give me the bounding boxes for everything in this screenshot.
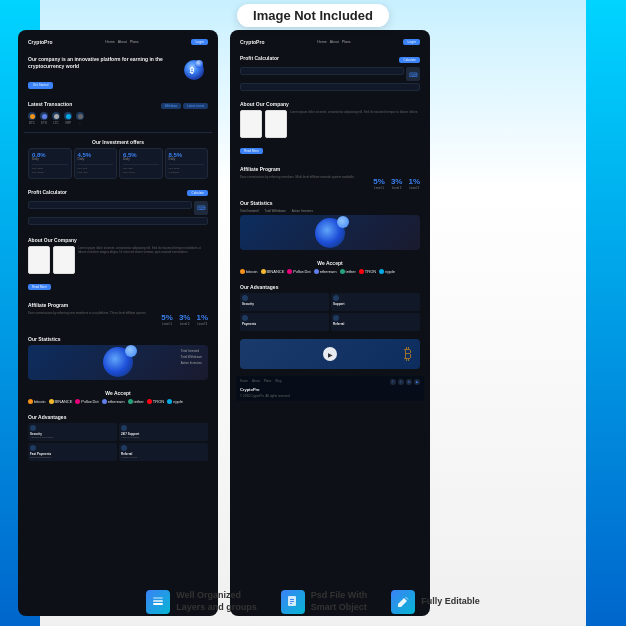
- social-youtube[interactable]: ▶: [414, 379, 420, 385]
- layers-icon: [146, 590, 170, 614]
- investment-title: Our Investment offers: [28, 139, 208, 145]
- right-polka-dot: [287, 269, 292, 274]
- right-advantages-section: Our Advantages Security Support Payments: [236, 281, 424, 334]
- right-affiliate-content: Earn commissions by referring members. M…: [240, 175, 420, 190]
- right-stats-labels: Total Invested Total Withdrawn Active In…: [240, 209, 420, 213]
- feature-layers-text: Well OrganizedLayers and groups: [176, 590, 257, 613]
- right-affiliate-levels: 5% Level 1 3% Level 2 1% Level 3: [373, 177, 420, 190]
- adv-card-4: Referral 3-level system: [119, 443, 208, 461]
- stats-title: Our Statistics: [28, 336, 208, 342]
- right-calc-btn[interactable]: Calculate: [399, 57, 420, 63]
- right-about-title: About Our Company: [240, 101, 420, 107]
- nav-cta-btn[interactable]: Login: [191, 39, 208, 45]
- social-instagram[interactable]: in: [406, 379, 412, 385]
- svg-rect-7: [290, 599, 294, 600]
- invest-max-3: Max: $10K: [123, 171, 159, 174]
- adv-card-1: Security Advanced encryption: [28, 423, 117, 441]
- invest-min-4: Min: $10K: [169, 167, 205, 170]
- right-stat-label-1: Total Invested: [240, 209, 259, 213]
- calc-amount-input[interactable]: [28, 201, 192, 209]
- tx-label-btc: BTC: [29, 121, 35, 125]
- right-adv-icon-1: [242, 295, 248, 301]
- tx-circle-eth: [40, 112, 48, 120]
- right-level-pct-3: 1%: [408, 177, 420, 186]
- hero-section: Our company is an innovative platform fo…: [24, 52, 212, 94]
- social-twitter[interactable]: t: [398, 379, 404, 385]
- right-calc-amount[interactable]: [240, 67, 404, 75]
- calc-input-row: ⌨: [28, 201, 208, 215]
- svg-rect-3: [153, 603, 163, 605]
- tether-dot: [128, 399, 133, 404]
- invest-cards-row: 0.8% Daily Min: $100 Max: $999 4.5% Dail…: [28, 148, 208, 179]
- calc-period-input[interactable]: [28, 217, 208, 225]
- left-nav-bar: CryptoPro Home About Plans Login: [24, 36, 212, 48]
- right-calc-period[interactable]: [240, 83, 420, 91]
- right-stats-3d: [315, 218, 345, 248]
- footer-link-home[interactable]: Home: [240, 379, 248, 385]
- right-nav-cta[interactable]: Login: [403, 39, 420, 45]
- right-card-inner: CryptoPro Home About Plans Login Profit …: [230, 30, 430, 616]
- right-accept-ethereum: ethereum: [314, 269, 337, 274]
- tx-label-eth: ETH: [41, 121, 47, 125]
- about-read-more-btn[interactable]: Read More: [28, 284, 51, 290]
- right-accept-bitcoin: bitcoin: [240, 269, 258, 274]
- footer-link-blog[interactable]: Blog: [275, 379, 281, 385]
- tx-item-btc: BTC: [28, 112, 36, 125]
- invest-min-3: Min: $5K: [123, 167, 159, 170]
- footer-social: f t in ▶: [390, 379, 420, 385]
- calc-btn[interactable]: Calculate: [187, 190, 208, 196]
- accept-tether: tether: [128, 399, 144, 404]
- hero-cta-btn[interactable]: Get Started: [28, 82, 53, 89]
- footer-section: Home About Plans Blog f t in ▶ CryptoPro…: [236, 376, 424, 401]
- social-facebook[interactable]: f: [390, 379, 396, 385]
- affiliate-section: Affiliate Program Earn commissions by re…: [24, 299, 212, 329]
- right-level-2: 3% Level 2: [391, 177, 403, 190]
- footer-tagline: © 2024 CryptoPro. All rights reserved.: [240, 394, 420, 398]
- hero-title: Our company is an innovative platform fo…: [28, 56, 180, 69]
- feature-badge-layers: Well OrganizedLayers and groups: [146, 590, 257, 614]
- right-stat-label-2: Total Withdrawn: [265, 209, 286, 213]
- svg-rect-9: [290, 603, 292, 604]
- tx-section-title: Latest Transaction: [28, 101, 72, 107]
- right-accept-tether: tether: [340, 269, 356, 274]
- right-stats-visual: [240, 215, 420, 250]
- invest-min-2: Min: $1K: [78, 167, 114, 170]
- latest-invest-btn[interactable]: Latest invest: [183, 103, 208, 109]
- adv-text-2: Always available: [121, 436, 206, 439]
- binance-dot: [49, 399, 54, 404]
- tx-circle-other: [76, 112, 84, 120]
- right-read-more-btn[interactable]: Read More: [240, 148, 263, 154]
- stats-val-3: Active Investors: [181, 361, 202, 365]
- footer-link-plans[interactable]: Plans: [264, 379, 272, 385]
- level-label-2: Level 2: [179, 322, 191, 326]
- invest-max-4: Unlimited: [169, 171, 205, 174]
- doc-card-2: [53, 246, 75, 274]
- right-profit-calc: Profit Calculator Calculate ⌨: [236, 52, 424, 94]
- right-level-1: 5% Level 1: [373, 177, 385, 190]
- svg-rect-8: [290, 601, 294, 602]
- right-calc-title: Profit Calculator: [240, 55, 279, 61]
- invest-label-4: Daily: [169, 158, 205, 162]
- right-level-label-1: Level 1: [373, 186, 385, 190]
- about-title: About Our Company: [28, 237, 208, 243]
- right-adv-icon-2: [333, 295, 339, 301]
- right-accept-title: We Accept: [240, 260, 420, 266]
- video-thumbnail: ▶ ₿: [240, 339, 420, 369]
- left-nav-logo: CryptoPro: [28, 39, 52, 45]
- right-calc-icon: ⌨: [406, 67, 420, 81]
- tx-buttons: Withdraw Latest invest: [161, 103, 208, 109]
- right-tether-dot: [340, 269, 345, 274]
- play-button[interactable]: ▶: [323, 347, 337, 361]
- level-label-3: Level 3: [196, 322, 208, 326]
- right-adv-icon-4: [333, 315, 339, 321]
- right-adv-card-4: Referral: [331, 313, 420, 331]
- footer-link-about[interactable]: About: [252, 379, 260, 385]
- accept-logos-row: bitcoin BINANCE Polka·Dot ethereum: [28, 399, 208, 404]
- divider-1: [24, 132, 212, 133]
- polka-dot: [75, 399, 80, 404]
- stats-section: Our Statistics Total Invested Total With…: [24, 333, 212, 383]
- withdraw-btn[interactable]: Withdraw: [161, 103, 182, 109]
- latest-transaction-section: Latest Transaction Withdraw Latest inves…: [24, 98, 212, 128]
- level-item-2: 3% Level 2: [179, 313, 191, 326]
- right-accept-binance: BINANCE: [261, 269, 285, 274]
